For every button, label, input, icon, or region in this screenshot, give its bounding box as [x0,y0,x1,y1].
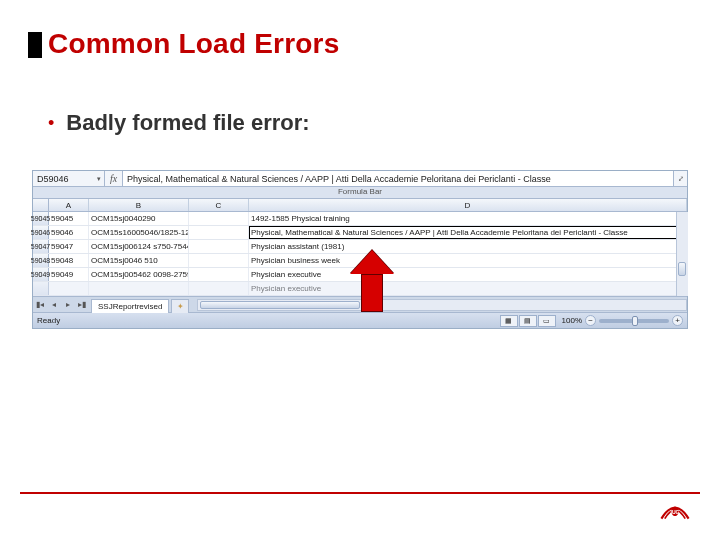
status-ready: Ready [37,316,60,325]
cell[interactable]: 59049 [49,268,89,281]
name-box-value: D59046 [37,174,69,184]
last-sheet-icon[interactable]: ▸▮ [75,300,89,309]
cell[interactable]: Physician business week [249,254,687,267]
view-normal-icon[interactable]: ▦ [500,315,518,327]
cell[interactable]: Physician assistant (1981) [249,240,687,253]
formula-bar-label: Formula Bar [33,187,687,199]
formula-bar[interactable]: Physical, Mathematical & Natural Science… [123,171,673,186]
cell[interactable]: 1492-1585 Physical training [249,212,687,225]
name-box[interactable]: D59046 ▾ [33,171,105,186]
col-header-c[interactable]: C [189,199,249,211]
new-sheet-button[interactable]: ✦ [171,299,189,313]
scrollbar-thumb[interactable] [200,301,360,309]
cell[interactable] [189,226,249,239]
cell[interactable]: Physician executive [249,282,687,295]
bullet-text: Badly formed file error: [66,110,309,136]
col-header-b[interactable]: B [89,199,189,211]
cell[interactable]: OCM15sj0046 510 [89,254,189,267]
view-pagebreak-icon[interactable]: ▭ [538,315,556,327]
bullet-icon: • [48,113,54,134]
cell[interactable]: 59047 [49,240,89,253]
row-header[interactable]: 59048 [33,254,49,267]
horizontal-scrollbar[interactable] [197,299,687,311]
cell[interactable] [89,282,189,295]
col-header-a[interactable]: A [49,199,89,211]
cell[interactable]: Physician executive [249,268,687,281]
formula-bar-value: Physical, Mathematical & Natural Science… [127,174,551,184]
cell[interactable]: 59048 [49,254,89,267]
cell[interactable]: 59045 [49,212,89,225]
cell[interactable]: OCM15sj005462 0098-2759 [89,268,189,281]
iug-logo-icon: IUG [658,488,692,522]
slide-title: Common Load Errors [48,28,339,60]
sheet-tab-label: SSJReportrevised [98,302,162,311]
cell[interactable] [189,282,249,295]
cell[interactable]: 59046 [49,226,89,239]
cell[interactable] [189,240,249,253]
col-header-d[interactable]: D [249,199,687,211]
prev-sheet-icon[interactable]: ◂ [47,300,61,309]
view-pagelayout-icon[interactable]: ▤ [519,315,537,327]
row-header[interactable]: 59049 [33,268,49,281]
first-sheet-icon[interactable]: ▮◂ [33,300,47,309]
cell-selected[interactable]: Physical, Mathematical & Natural Science… [249,226,687,239]
cell[interactable]: OCM15sj006124 s750-7544 [89,240,189,253]
zoom-slider[interactable] [599,319,669,323]
row-header[interactable] [33,282,49,295]
footer-divider [20,492,700,494]
title-accent-block [28,32,42,58]
sheet-tab-active[interactable]: SSJReportrevised [91,299,169,313]
next-sheet-icon[interactable]: ▸ [61,300,75,309]
cell[interactable] [49,282,89,295]
row-header[interactable]: 59046 [33,226,49,239]
zoom-percent[interactable]: 100% [562,316,582,325]
svg-text:IUG: IUG [670,509,679,515]
row-header[interactable]: 59045 [33,212,49,225]
zoom-in-button[interactable]: + [672,315,683,326]
fx-button[interactable]: fx [105,171,123,186]
column-headers: A B C D [33,199,687,212]
select-all-corner[interactable] [33,199,49,211]
cell[interactable] [189,268,249,281]
row-header[interactable]: 59047 [33,240,49,253]
zoom-slider-knob[interactable] [632,316,638,326]
cell[interactable]: OCM15sj0040290 [89,212,189,225]
zoom-out-button[interactable]: − [585,315,596,326]
scrollbar-thumb[interactable] [678,262,686,276]
chevron-down-icon[interactable]: ▾ [97,175,101,183]
cell[interactable] [189,212,249,225]
sheet-nav[interactable]: ▮◂ ◂ ▸ ▸▮ [33,300,89,309]
cell[interactable] [189,254,249,267]
vertical-scrollbar[interactable] [676,212,688,296]
expand-formula-icon[interactable]: ⤢ [673,171,687,186]
callout-arrow-icon [350,250,394,312]
cell[interactable]: OCM15s16005046/1825-1242 [89,226,189,239]
